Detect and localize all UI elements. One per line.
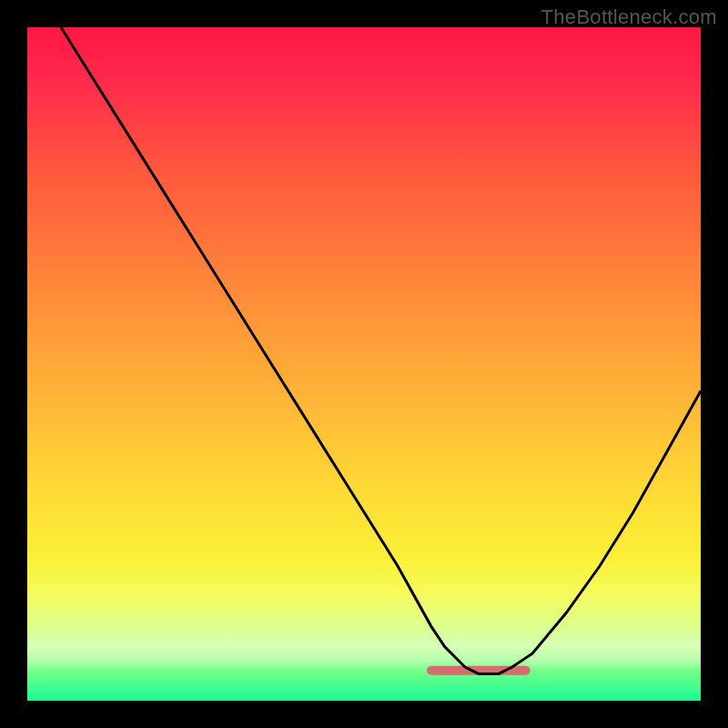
plot-area xyxy=(27,27,701,701)
curve-svg xyxy=(27,27,701,701)
bottleneck-curve xyxy=(61,27,701,673)
watermark-text: TheBottleneck.com xyxy=(541,5,717,29)
chart-frame: TheBottleneck.com xyxy=(0,0,728,728)
